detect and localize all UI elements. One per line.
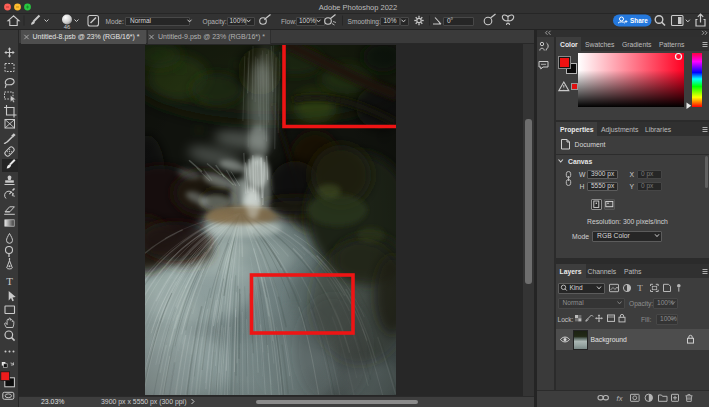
svg-text:fx: fx [617,394,623,403]
svg-text:46: 46 [64,24,70,30]
svg-text:T: T [637,283,643,293]
svg-text:T: T [6,275,13,287]
svg-text:Share: Share [630,17,648,24]
